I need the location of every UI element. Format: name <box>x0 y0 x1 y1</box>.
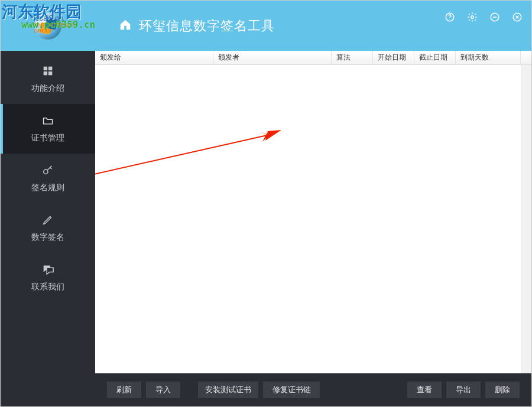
sidebar-item-digital-sign[interactable]: 数字签名 <box>1 203 95 253</box>
svg-rect-6 <box>48 67 52 70</box>
sidebar-item-features[interactable]: 功能介绍 <box>1 54 95 104</box>
key-icon <box>41 164 55 177</box>
table-body[interactable] <box>95 65 531 373</box>
view-button[interactable]: 查看 <box>407 382 442 398</box>
sidebar-item-contact[interactable]: 联系我们 <box>1 253 95 302</box>
svg-rect-8 <box>48 71 52 75</box>
sidebar: 功能介绍 证书管理 签名规则 数字签名 <box>1 51 95 406</box>
body: 功能介绍 证书管理 签名规则 数字签名 <box>1 51 531 406</box>
footer-toolbar: 刷新 导入 安装测试证书 修复证书链 查看 导出 删除 <box>95 373 531 406</box>
minimize-icon[interactable] <box>489 11 501 23</box>
install-test-cert-button[interactable]: 安装测试证书 <box>198 382 258 398</box>
sidebar-item-label: 功能介绍 <box>31 83 64 94</box>
sidebar-item-label: 证书管理 <box>31 133 64 144</box>
refresh-button[interactable]: 刷新 <box>107 382 141 398</box>
svg-marker-11 <box>261 132 270 142</box>
table-header: 颁发给 颁发者 算法 开始日期 截止日期 到期天数 <box>95 51 531 65</box>
svg-point-9 <box>44 170 48 174</box>
import-button[interactable]: 导入 <box>146 382 180 398</box>
col-issued-to[interactable]: 颁发给 <box>95 51 213 64</box>
gear-icon[interactable] <box>466 11 478 23</box>
chat-icon <box>41 263 55 276</box>
col-algorithm[interactable]: 算法 <box>332 51 373 64</box>
sidebar-item-cert-manage[interactable]: 证书管理 <box>1 104 95 154</box>
logo-brand: lobalSign. <box>34 14 65 22</box>
delete-button[interactable]: 删除 <box>485 382 520 398</box>
title-group: 环玺信息数字签名工具 <box>119 17 275 35</box>
grid-icon <box>41 64 55 77</box>
col-end-date[interactable]: 截止日期 <box>414 51 456 64</box>
svg-point-1 <box>449 19 450 19</box>
close-icon[interactable] <box>511 11 523 23</box>
folder-icon <box>41 114 55 127</box>
logo-text: lobalSign. GMO INTERNET GROUP <box>34 15 95 34</box>
svg-rect-5 <box>44 67 47 70</box>
svg-rect-7 <box>44 71 47 75</box>
pencil-icon <box>41 213 55 226</box>
logo-subbrand: GMO INTERNET GROUP <box>34 22 95 34</box>
sidebar-item-label: 联系我们 <box>31 282 64 292</box>
sidebar-item-label: 签名规则 <box>31 183 64 193</box>
app-title: 环玺信息数字签名工具 <box>139 17 275 35</box>
vertical-scrollbar[interactable] <box>521 65 531 373</box>
export-button[interactable]: 导出 <box>446 382 481 398</box>
sidebar-item-label: 数字签名 <box>31 232 64 243</box>
title-bar: lobalSign. GMO INTERNET GROUP 环玺信息数字签名工具 <box>1 1 531 51</box>
sidebar-item-sign-rules[interactable]: 签名规则 <box>1 154 95 203</box>
col-start-date[interactable]: 开始日期 <box>373 51 414 64</box>
home-icon <box>119 18 132 34</box>
help-icon[interactable] <box>444 11 456 23</box>
svg-point-2 <box>471 16 474 19</box>
main-panel: 颁发给 颁发者 算法 开始日期 截止日期 到期天数 刷新 导入 <box>95 51 531 406</box>
repair-cert-chain-button[interactable]: 修复证书链 <box>263 382 320 398</box>
annotation-arrow-icon <box>95 130 284 183</box>
svg-line-10 <box>95 135 270 182</box>
app-logo: lobalSign. GMO INTERNET GROUP <box>1 1 95 51</box>
col-issuer[interactable]: 颁发者 <box>213 51 332 64</box>
svg-marker-12 <box>265 130 281 141</box>
app-window: lobalSign. GMO INTERNET GROUP 环玺信息数字签名工具 <box>0 0 532 407</box>
title-actions <box>444 9 523 23</box>
col-days-to-exp[interactable]: 到期天数 <box>456 51 521 64</box>
